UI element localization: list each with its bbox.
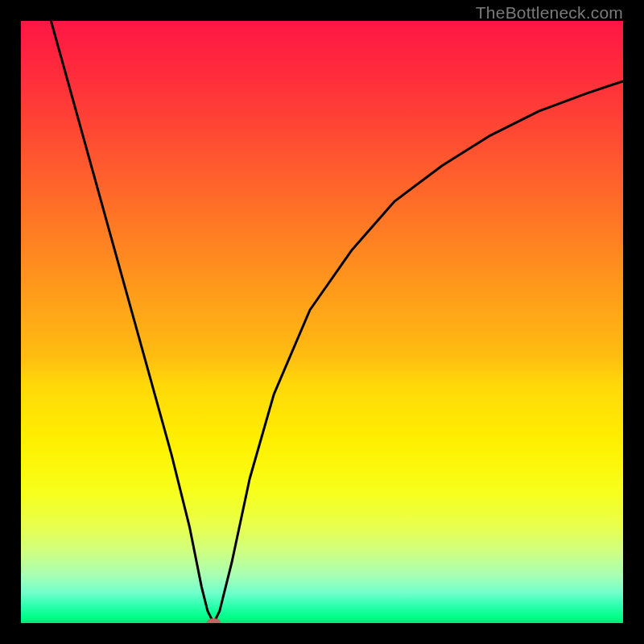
bottleneck-curve <box>51 21 623 623</box>
minimum-marker-icon <box>206 618 221 623</box>
plot-area <box>21 21 623 623</box>
chart-frame: TheBottleneck.com <box>0 0 644 644</box>
watermark-label: TheBottleneck.com <box>476 3 623 23</box>
curve-svg <box>21 21 623 623</box>
